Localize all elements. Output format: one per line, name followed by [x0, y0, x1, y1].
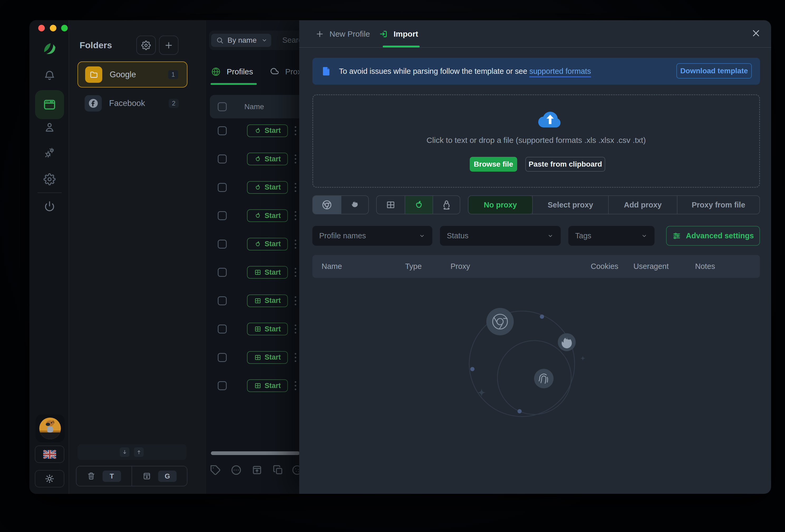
start-profile-button[interactable]: Start [247, 295, 288, 307]
os-macos-option[interactable] [405, 196, 433, 214]
row-menu-dots[interactable] [295, 325, 296, 333]
row-checkbox[interactable] [218, 126, 227, 135]
start-profile-button[interactable]: Start [247, 238, 288, 250]
sort-descending-button[interactable] [120, 447, 129, 457]
language-selector[interactable] [35, 446, 64, 463]
search-filter-dropdown[interactable]: By name [211, 34, 271, 47]
proxy-tab-no-proxy[interactable]: No proxy [469, 196, 532, 214]
select-all-checkbox[interactable] [218, 102, 227, 111]
sidebar-item-settings-icon[interactable] [44, 173, 56, 185]
os-windows-option[interactable] [377, 196, 405, 214]
window-zoom-button[interactable] [61, 25, 68, 31]
import-icon [379, 29, 388, 39]
export-box-icon[interactable] [251, 464, 263, 476]
tab-profiles[interactable]: Profiles [211, 67, 253, 77]
sidebar [29, 20, 69, 494]
sidebar-item-automation-icon[interactable] [44, 147, 56, 159]
proxy-tab-add-proxy[interactable]: Add proxy [608, 196, 677, 214]
arrow-up-icon [136, 449, 142, 455]
row-menu-dots[interactable] [295, 268, 296, 277]
user-avatar[interactable] [35, 414, 65, 442]
os-selector [376, 195, 460, 214]
chevron-down-icon [261, 37, 268, 44]
search-filter-label: By name [227, 36, 257, 45]
delete-folder-shortcut[interactable]: T [76, 466, 131, 486]
browser-chrome-option[interactable] [313, 196, 341, 214]
row-menu-dots[interactable] [295, 126, 296, 135]
tab-import[interactable]: Import [379, 20, 418, 48]
proxy-tab-proxy-from-file[interactable]: Proxy from file [677, 196, 759, 214]
chevron-down-icon [419, 232, 426, 239]
more-options-icon[interactable] [230, 464, 242, 476]
import-tab-underline [383, 46, 420, 47]
theme-toggle[interactable] [35, 470, 64, 487]
sidebar-item-browser-profiles[interactable] [35, 90, 64, 119]
row-checkbox[interactable] [218, 325, 227, 333]
start-profile-button[interactable]: Start [247, 209, 288, 222]
start-profile-button[interactable]: Start [247, 379, 288, 392]
row-menu-dots[interactable] [295, 211, 296, 220]
supported-formats-link[interactable]: supported formats [529, 67, 591, 77]
apple-icon [254, 184, 261, 191]
row-checkbox[interactable] [218, 183, 227, 192]
tags-dropdown[interactable]: Tags [568, 226, 655, 246]
copy-icon[interactable] [272, 464, 284, 476]
advanced-settings-button[interactable]: Advanced settings [666, 226, 760, 246]
window-close-button[interactable] [38, 25, 45, 31]
browse-file-button[interactable]: Browse file [470, 157, 517, 172]
start-profile-button[interactable]: Start [247, 351, 288, 364]
start-profile-button[interactable]: Start [247, 266, 288, 279]
tab-new-profile[interactable]: New Profile [315, 20, 370, 48]
horizontal-scrollbar[interactable] [211, 451, 300, 455]
os-linux-option[interactable] [433, 196, 460, 214]
row-menu-dots[interactable] [295, 381, 296, 390]
browser-firefox-option[interactable] [341, 196, 368, 214]
start-profile-button[interactable]: Start [247, 124, 288, 137]
plus-icon [164, 41, 173, 50]
download-template-button[interactable]: Download template [676, 63, 752, 79]
file-dropzone[interactable]: Click to text or drop a file (supported … [312, 94, 760, 188]
start-profile-button[interactable]: Start [247, 181, 288, 194]
uk-flag-icon [43, 450, 56, 459]
tag-icon[interactable] [209, 464, 221, 476]
shortcut-key: T [103, 471, 121, 482]
row-checkbox[interactable] [218, 211, 227, 220]
folder-item-facebook[interactable]: Facebook 2 [77, 90, 187, 116]
dropzone-hint: Click to text or drop a file (supported … [313, 136, 759, 145]
close-icon[interactable] [751, 28, 761, 39]
paste-from-clipboard-button[interactable]: Paste from clipboard [525, 157, 605, 172]
folder-item-google[interactable]: Google 1 [77, 61, 187, 87]
row-menu-dots[interactable] [295, 353, 296, 362]
window-minimize-button[interactable] [50, 25, 56, 31]
row-checkbox[interactable] [218, 381, 227, 390]
power-logout-icon[interactable] [44, 200, 56, 212]
cloud-upload-icon [536, 110, 565, 130]
row-menu-dots[interactable] [295, 183, 296, 192]
document-icon [321, 66, 332, 77]
row-checkbox[interactable] [218, 353, 227, 362]
row-menu-dots[interactable] [295, 296, 296, 305]
row-menu-dots[interactable] [295, 239, 296, 249]
row-checkbox[interactable] [218, 268, 227, 277]
row-checkbox[interactable] [218, 239, 227, 249]
apple-icon [254, 212, 261, 219]
row-menu-dots[interactable] [295, 154, 296, 163]
start-profile-button[interactable]: Start [247, 323, 288, 335]
start-profile-button[interactable]: Start [247, 153, 288, 165]
notifications-bell-icon[interactable] [44, 69, 56, 81]
sun-icon [44, 474, 55, 484]
group-folder-shortcut[interactable]: G [131, 466, 187, 486]
status-dropdown[interactable]: Status [440, 226, 561, 246]
proxy-tab-select-proxy[interactable]: Select proxy [532, 196, 608, 214]
row-checkbox[interactable] [218, 296, 227, 305]
sort-ascending-button[interactable] [134, 447, 144, 457]
row-checkbox[interactable] [218, 154, 227, 163]
folders-settings-button[interactable] [136, 35, 156, 55]
search-icon [216, 36, 224, 44]
sidebar-item-users-icon[interactable] [44, 121, 56, 133]
profile-names-dropdown[interactable]: Profile names [312, 226, 432, 246]
windows-icon [254, 325, 261, 333]
plus-icon [315, 29, 324, 39]
add-folder-button[interactable] [159, 35, 178, 55]
folder-sort-bar [77, 444, 187, 460]
